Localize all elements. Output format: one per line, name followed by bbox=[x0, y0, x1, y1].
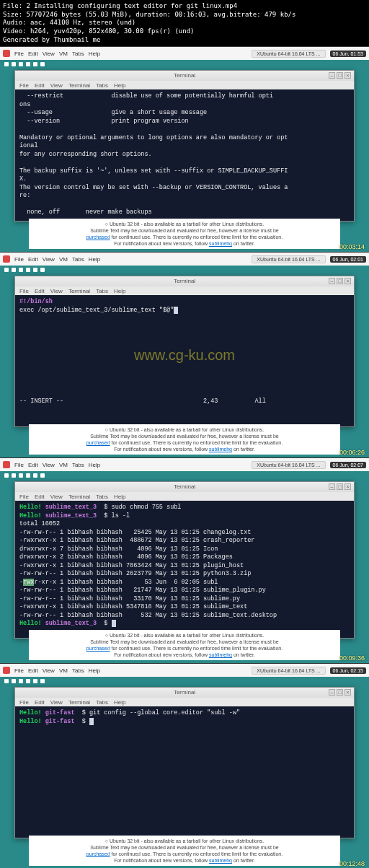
terminal-body[interactable]: Hello! git-fast $ git config --global co… bbox=[15, 706, 354, 838]
terminal-menu-item[interactable]: Help bbox=[114, 288, 125, 294]
terminal-menu-item[interactable]: Help bbox=[114, 82, 125, 89]
terminal-menu-item[interactable]: Tabs bbox=[96, 82, 108, 89]
panel-launcher-icon[interactable] bbox=[33, 473, 37, 478]
vm-menu-item[interactable]: Help bbox=[89, 256, 100, 263]
purchase-link[interactable]: purchased bbox=[86, 851, 110, 856]
terminal-menu-item[interactable]: Edit bbox=[35, 494, 45, 500]
vm-menu-item[interactable]: Help bbox=[89, 462, 100, 468]
vm-menu-item[interactable]: Help bbox=[89, 667, 100, 674]
vm-tab[interactable]: XUbuntu 64-bit 16.04 LTS ... bbox=[252, 667, 325, 675]
maximize-icon[interactable]: □ bbox=[337, 278, 343, 284]
terminal-menu-item[interactable]: Edit bbox=[35, 699, 45, 706]
vm-menu-item[interactable]: Edit bbox=[28, 256, 38, 263]
panel-launcher-icon[interactable] bbox=[33, 679, 37, 683]
terminal-menu-item[interactable]: Terminal bbox=[68, 82, 90, 89]
panel-launcher-icon[interactable] bbox=[12, 679, 16, 683]
panel-launcher-icon[interactable] bbox=[40, 679, 45, 683]
terminal-titlebar[interactable]: Terminal–□× bbox=[15, 71, 354, 81]
vm-menu-item[interactable]: Tabs bbox=[72, 667, 84, 674]
vm-menu-item[interactable]: VM bbox=[59, 462, 68, 468]
vm-menu-item[interactable]: File bbox=[14, 667, 24, 674]
vm-menu-item[interactable]: View bbox=[43, 256, 55, 263]
terminal-menu-item[interactable]: File bbox=[19, 288, 29, 294]
panel-launcher-icon[interactable] bbox=[26, 268, 30, 272]
minimize-icon[interactable]: – bbox=[329, 72, 335, 79]
vm-menu-item[interactable]: Edit bbox=[28, 462, 38, 468]
terminal-menu-item[interactable]: Tabs bbox=[96, 494, 108, 500]
terminal-titlebar[interactable]: Terminal–□× bbox=[15, 276, 354, 286]
terminal-menu-item[interactable]: View bbox=[50, 288, 63, 294]
maximize-icon[interactable]: □ bbox=[337, 689, 343, 696]
terminal-menu-item[interactable]: Help bbox=[114, 699, 125, 706]
terminal-menu-item[interactable]: Tabs bbox=[96, 699, 108, 706]
panel-launcher-icon[interactable] bbox=[40, 62, 45, 66]
panel-launcher-icon[interactable] bbox=[19, 62, 23, 66]
vm-tab[interactable]: XUbuntu 64-bit 16.04 LTS ... bbox=[252, 50, 325, 58]
vm-tab[interactable]: XUbuntu 64-bit 16.04 LTS ... bbox=[252, 461, 325, 469]
twitter-link[interactable]: sublimehq bbox=[209, 241, 232, 246]
terminal-menu-item[interactable]: Edit bbox=[35, 82, 45, 89]
vm-menu-item[interactable]: VM bbox=[59, 667, 68, 674]
purchase-link[interactable]: purchased bbox=[86, 440, 110, 445]
twitter-link[interactable]: sublimehq bbox=[209, 447, 232, 452]
vm-menu-item[interactable]: Help bbox=[89, 51, 100, 57]
terminal-menu-item[interactable]: Terminal bbox=[68, 699, 90, 706]
panel-launcher-icon[interactable] bbox=[12, 473, 16, 478]
twitter-link[interactable]: sublimehq bbox=[209, 652, 232, 657]
vm-menu-item[interactable]: Edit bbox=[28, 667, 38, 674]
minimize-icon[interactable]: – bbox=[329, 689, 335, 696]
panel-launcher-icon[interactable] bbox=[19, 679, 23, 683]
vm-menu-item[interactable]: Tabs bbox=[72, 51, 84, 57]
panel-launcher-icon[interactable] bbox=[4, 679, 9, 683]
close-icon[interactable]: × bbox=[344, 278, 351, 284]
vm-menu-item[interactable]: View bbox=[43, 51, 55, 57]
vm-menu-item[interactable]: File bbox=[14, 256, 24, 263]
panel-launcher-icon[interactable] bbox=[19, 473, 23, 478]
panel-launcher-icon[interactable] bbox=[19, 268, 23, 272]
twitter-link[interactable]: sublimehq bbox=[209, 858, 232, 863]
close-icon[interactable]: × bbox=[344, 483, 351, 490]
terminal-titlebar[interactable]: Terminal–□× bbox=[15, 482, 354, 492]
terminal-menu-item[interactable]: Terminal bbox=[68, 494, 90, 500]
minimize-icon[interactable]: – bbox=[329, 278, 335, 284]
panel-launcher-icon[interactable] bbox=[40, 268, 45, 272]
panel-launcher-icon[interactable] bbox=[26, 679, 30, 683]
panel-launcher-icon[interactable] bbox=[33, 268, 37, 272]
panel-launcher-icon[interactable] bbox=[26, 62, 30, 66]
vm-menu-item[interactable]: VM bbox=[59, 51, 68, 57]
terminal-menu-item[interactable]: Terminal bbox=[68, 288, 90, 294]
purchase-link[interactable]: purchased bbox=[86, 234, 110, 240]
panel-launcher-icon[interactable] bbox=[33, 62, 37, 66]
terminal-titlebar[interactable]: Terminal–□× bbox=[15, 688, 354, 698]
terminal-menu-item[interactable]: View bbox=[50, 82, 63, 89]
vm-tab[interactable]: XUbuntu 64-bit 16.04 LTS ... bbox=[252, 255, 325, 263]
terminal-menu-item[interactable]: View bbox=[50, 699, 63, 706]
panel-launcher-icon[interactable] bbox=[4, 268, 9, 272]
vm-menu-item[interactable]: Tabs bbox=[72, 256, 84, 263]
panel-launcher-icon[interactable] bbox=[12, 268, 16, 272]
vm-menu-item[interactable]: View bbox=[43, 667, 55, 674]
terminal-menu-item[interactable]: File bbox=[19, 82, 29, 89]
panel-launcher-icon[interactable] bbox=[4, 62, 9, 66]
vm-menu-item[interactable]: Tabs bbox=[72, 462, 84, 468]
panel-launcher-icon[interactable] bbox=[26, 473, 30, 478]
close-icon[interactable]: × bbox=[344, 72, 351, 79]
panel-launcher-icon[interactable] bbox=[4, 473, 9, 478]
terminal-body[interactable]: #!/bin/shexec /opt/sublime_text_3/sublim… bbox=[15, 295, 354, 426]
purchase-link[interactable]: purchased bbox=[86, 646, 110, 651]
terminal-menu-item[interactable]: Help bbox=[114, 494, 125, 500]
terminal-body[interactable]: Hello! sublime_text_3 $ sudo chmod 755 s… bbox=[15, 501, 354, 638]
terminal-menu-item[interactable]: File bbox=[19, 494, 29, 500]
terminal-menu-item[interactable]: File bbox=[19, 699, 29, 706]
terminal-body[interactable]: --restrict disable use of some potential… bbox=[15, 89, 354, 221]
panel-launcher-icon[interactable] bbox=[40, 473, 45, 478]
vm-menu-item[interactable]: VM bbox=[59, 256, 68, 263]
panel-launcher-icon[interactable] bbox=[12, 62, 16, 66]
maximize-icon[interactable]: □ bbox=[337, 483, 343, 490]
vm-menu-item[interactable]: File bbox=[14, 462, 24, 468]
terminal-menu-item[interactable]: View bbox=[50, 494, 63, 500]
maximize-icon[interactable]: □ bbox=[337, 72, 343, 79]
close-icon[interactable]: × bbox=[344, 689, 351, 696]
vm-menu-item[interactable]: File bbox=[14, 51, 24, 57]
vm-menu-item[interactable]: Edit bbox=[28, 51, 38, 57]
